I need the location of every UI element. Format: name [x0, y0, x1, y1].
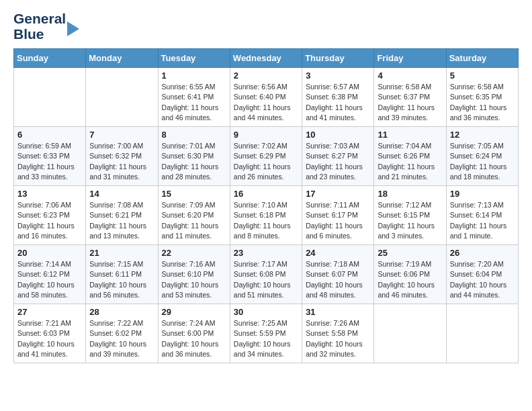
col-header-tuesday: Tuesday	[158, 49, 230, 68]
calendar-cell	[86, 68, 158, 127]
cell-content: Sunrise: 7:11 AM Sunset: 6:17 PM Dayligh…	[306, 200, 370, 241]
calendar-cell: 21Sunrise: 7:15 AM Sunset: 6:11 PM Dayli…	[86, 245, 158, 304]
calendar-cell: 11Sunrise: 7:04 AM Sunset: 6:26 PM Dayli…	[374, 127, 446, 186]
cell-content: Sunrise: 6:59 AM Sunset: 6:33 PM Dayligh…	[17, 141, 82, 182]
svg-marker-0	[67, 21, 79, 36]
col-header-friday: Friday	[374, 49, 446, 68]
cell-content: Sunrise: 7:16 AM Sunset: 6:10 PM Dayligh…	[162, 259, 226, 300]
cell-content: Sunrise: 7:20 AM Sunset: 6:04 PM Dayligh…	[450, 259, 515, 300]
calendar-cell: 25Sunrise: 7:19 AM Sunset: 6:06 PM Dayli…	[374, 245, 446, 304]
cell-content: Sunrise: 7:13 AM Sunset: 6:14 PM Dayligh…	[450, 200, 515, 241]
cell-content: Sunrise: 7:25 AM Sunset: 5:59 PM Dayligh…	[234, 318, 298, 359]
calendar-cell: 15Sunrise: 7:09 AM Sunset: 6:20 PM Dayli…	[158, 186, 230, 245]
calendar-cell: 22Sunrise: 7:16 AM Sunset: 6:10 PM Dayli…	[158, 245, 230, 304]
calendar-cell: 24Sunrise: 7:18 AM Sunset: 6:07 PM Dayli…	[302, 245, 374, 304]
cell-content: Sunrise: 7:19 AM Sunset: 6:06 PM Dayligh…	[378, 259, 442, 300]
day-number: 25	[378, 248, 442, 258]
cell-content: Sunrise: 7:06 AM Sunset: 6:23 PM Dayligh…	[17, 200, 82, 241]
calendar-cell: 23Sunrise: 7:17 AM Sunset: 6:08 PM Dayli…	[230, 245, 302, 304]
calendar-cell: 27Sunrise: 7:21 AM Sunset: 6:03 PM Dayli…	[14, 304, 86, 363]
cell-content: Sunrise: 6:58 AM Sunset: 6:35 PM Dayligh…	[450, 82, 515, 123]
cell-content: Sunrise: 7:21 AM Sunset: 6:03 PM Dayligh…	[17, 318, 82, 359]
col-header-thursday: Thursday	[302, 49, 374, 68]
calendar-cell	[374, 304, 446, 363]
calendar-cell	[14, 68, 86, 127]
cell-content: Sunrise: 6:58 AM Sunset: 6:37 PM Dayligh…	[378, 82, 442, 123]
cell-content: Sunrise: 6:56 AM Sunset: 6:40 PM Dayligh…	[234, 82, 298, 123]
cell-content: Sunrise: 7:24 AM Sunset: 6:00 PM Dayligh…	[162, 318, 226, 359]
page: General Blue SundayMondayTuesdayWednesda…	[0, 0, 532, 374]
day-number: 16	[234, 189, 298, 199]
col-header-monday: Monday	[86, 49, 158, 68]
calendar-cell: 12Sunrise: 7:05 AM Sunset: 6:24 PM Dayli…	[446, 127, 518, 186]
calendar-body: 1Sunrise: 6:55 AM Sunset: 6:41 PM Daylig…	[14, 68, 519, 363]
day-number: 19	[450, 189, 515, 199]
calendar-table: SundayMondayTuesdayWednesdayThursdayFrid…	[13, 48, 519, 363]
day-number: 23	[234, 248, 298, 258]
col-header-saturday: Saturday	[446, 49, 518, 68]
cell-content: Sunrise: 7:14 AM Sunset: 6:12 PM Dayligh…	[17, 259, 82, 300]
calendar-cell: 5Sunrise: 6:58 AM Sunset: 6:35 PM Daylig…	[446, 68, 518, 127]
day-number: 29	[162, 307, 226, 317]
calendar-cell: 10Sunrise: 7:03 AM Sunset: 6:27 PM Dayli…	[302, 127, 374, 186]
calendar-cell: 9Sunrise: 7:02 AM Sunset: 6:29 PM Daylig…	[230, 127, 302, 186]
cell-content: Sunrise: 7:03 AM Sunset: 6:27 PM Dayligh…	[306, 141, 370, 182]
day-number: 17	[306, 189, 370, 199]
day-number: 11	[378, 130, 442, 140]
calendar-cell: 31Sunrise: 7:26 AM Sunset: 5:58 PM Dayli…	[302, 304, 374, 363]
day-number: 15	[162, 189, 226, 199]
calendar-cell: 3Sunrise: 6:57 AM Sunset: 6:38 PM Daylig…	[302, 68, 374, 127]
col-header-wednesday: Wednesday	[230, 49, 302, 68]
calendar-cell: 6Sunrise: 6:59 AM Sunset: 6:33 PM Daylig…	[14, 127, 86, 186]
day-number: 28	[89, 307, 154, 317]
cell-content: Sunrise: 7:22 AM Sunset: 6:02 PM Dayligh…	[89, 318, 154, 359]
cell-content: Sunrise: 7:04 AM Sunset: 6:26 PM Dayligh…	[378, 141, 442, 182]
day-number: 31	[306, 307, 370, 317]
cell-content: Sunrise: 7:15 AM Sunset: 6:11 PM Dayligh…	[89, 259, 154, 300]
calendar-cell	[446, 304, 518, 363]
day-number: 6	[17, 130, 82, 140]
calendar-cell: 17Sunrise: 7:11 AM Sunset: 6:17 PM Dayli…	[302, 186, 374, 245]
calendar-header-row: SundayMondayTuesdayWednesdayThursdayFrid…	[14, 49, 519, 68]
logo-line1: General	[13, 11, 66, 26]
cell-content: Sunrise: 7:00 AM Sunset: 6:32 PM Dayligh…	[89, 141, 154, 182]
cell-content: Sunrise: 7:17 AM Sunset: 6:08 PM Dayligh…	[234, 259, 298, 300]
day-number: 30	[234, 307, 298, 317]
header: General Blue	[13, 11, 519, 42]
cell-content: Sunrise: 7:02 AM Sunset: 6:29 PM Dayligh…	[234, 141, 298, 182]
day-number: 14	[89, 189, 154, 199]
calendar-cell: 13Sunrise: 7:06 AM Sunset: 6:23 PM Dayli…	[14, 186, 86, 245]
day-number: 18	[378, 189, 442, 199]
day-number: 2	[234, 71, 298, 81]
cell-content: Sunrise: 7:08 AM Sunset: 6:21 PM Dayligh…	[89, 200, 154, 241]
col-header-sunday: Sunday	[14, 49, 86, 68]
day-number: 5	[450, 71, 515, 81]
logo: General Blue	[13, 11, 79, 42]
week-row-4: 20Sunrise: 7:14 AM Sunset: 6:12 PM Dayli…	[14, 245, 519, 304]
calendar-cell: 19Sunrise: 7:13 AM Sunset: 6:14 PM Dayli…	[446, 186, 518, 245]
week-row-2: 6Sunrise: 6:59 AM Sunset: 6:33 PM Daylig…	[14, 127, 519, 186]
cell-content: Sunrise: 7:26 AM Sunset: 5:58 PM Dayligh…	[306, 318, 370, 359]
cell-content: Sunrise: 7:10 AM Sunset: 6:18 PM Dayligh…	[234, 200, 298, 241]
day-number: 22	[162, 248, 226, 258]
calendar-cell: 2Sunrise: 6:56 AM Sunset: 6:40 PM Daylig…	[230, 68, 302, 127]
day-number: 8	[162, 130, 226, 140]
calendar-cell: 4Sunrise: 6:58 AM Sunset: 6:37 PM Daylig…	[374, 68, 446, 127]
logo-arrow-icon	[67, 21, 79, 36]
day-number: 27	[17, 307, 82, 317]
calendar-cell: 8Sunrise: 7:01 AM Sunset: 6:30 PM Daylig…	[158, 127, 230, 186]
day-number: 12	[450, 130, 515, 140]
day-number: 26	[450, 248, 515, 258]
calendar-cell: 26Sunrise: 7:20 AM Sunset: 6:04 PM Dayli…	[446, 245, 518, 304]
week-row-1: 1Sunrise: 6:55 AM Sunset: 6:41 PM Daylig…	[14, 68, 519, 127]
week-row-3: 13Sunrise: 7:06 AM Sunset: 6:23 PM Dayli…	[14, 186, 519, 245]
week-row-5: 27Sunrise: 7:21 AM Sunset: 6:03 PM Dayli…	[14, 304, 519, 363]
cell-content: Sunrise: 7:01 AM Sunset: 6:30 PM Dayligh…	[162, 141, 226, 182]
cell-content: Sunrise: 6:55 AM Sunset: 6:41 PM Dayligh…	[162, 82, 226, 123]
cell-content: Sunrise: 7:05 AM Sunset: 6:24 PM Dayligh…	[450, 141, 515, 182]
calendar-cell: 30Sunrise: 7:25 AM Sunset: 5:59 PM Dayli…	[230, 304, 302, 363]
calendar-cell: 28Sunrise: 7:22 AM Sunset: 6:02 PM Dayli…	[86, 304, 158, 363]
cell-content: Sunrise: 7:18 AM Sunset: 6:07 PM Dayligh…	[306, 259, 370, 300]
calendar-cell: 18Sunrise: 7:12 AM Sunset: 6:15 PM Dayli…	[374, 186, 446, 245]
day-number: 7	[89, 130, 154, 140]
